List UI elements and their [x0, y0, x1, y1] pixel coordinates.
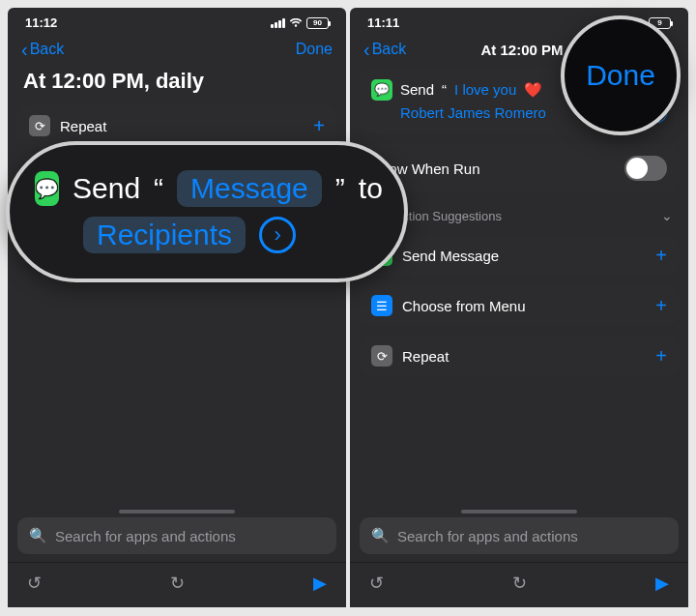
message-token[interactable]: I love you: [454, 78, 516, 102]
redo-icon[interactable]: ↻: [512, 572, 527, 594]
status-time: 11:12: [25, 15, 57, 30]
open-quote: “: [154, 172, 163, 205]
home-indicator: [119, 510, 235, 513]
search-field[interactable]: 🔍 Search for apps and actions: [17, 517, 336, 554]
shortcut-toolbar: ↺ ↻ ▶: [350, 562, 688, 607]
nav-title: At 12:00 PM: [480, 42, 563, 58]
cellular-icon: [271, 18, 285, 28]
callout-send-message-zoom: 💬 Send “ Message ” to Recipients ›: [6, 141, 408, 282]
send-prefix: Send: [400, 78, 434, 102]
menu-icon: ☰: [371, 295, 392, 316]
message-placeholder-chip[interactable]: Message: [177, 170, 322, 207]
redo-icon[interactable]: ↻: [170, 572, 185, 594]
phone-left: 11:12 90 ‹Back Done At 12:00 PM, daily ⟳…: [8, 8, 346, 607]
open-quote: “: [442, 78, 447, 102]
back-label: Back: [372, 41, 407, 58]
status-time: 11:11: [367, 15, 399, 30]
close-quote: ”: [335, 172, 345, 205]
play-button[interactable]: ▶: [655, 572, 669, 594]
callout-prefix: Send: [72, 172, 140, 205]
done-callout-bubble[interactable]: Done: [561, 15, 681, 135]
shortcut-toolbar: ↺ ↻ ▶: [8, 562, 346, 607]
done-callout-label: Done: [586, 59, 655, 92]
suggestion-repeat[interactable]: ⟳ Repeat +: [17, 105, 336, 146]
battery-level: 9: [657, 18, 661, 27]
heart-icon: ❤️: [524, 78, 542, 102]
undo-icon[interactable]: ↺: [369, 572, 384, 594]
battery-icon: 90: [306, 17, 329, 29]
expand-action-icon[interactable]: ›: [259, 217, 296, 253]
recipients-placeholder-chip[interactable]: Recipients: [83, 217, 246, 253]
chevron-left-icon: ‹: [363, 40, 370, 59]
wifi-icon: [289, 18, 303, 28]
show-when-run-row: Show When Run: [360, 144, 679, 192]
repeat-icon: ⟳: [371, 345, 392, 367]
done-button[interactable]: Done: [296, 41, 333, 58]
automation-title: At 12:00 PM, daily: [8, 69, 346, 105]
suggestion-label: Repeat: [60, 118, 106, 134]
suggestion-choose-from-menu[interactable]: ☰ Choose from Menu +: [360, 285, 679, 326]
back-button[interactable]: ‹Back: [21, 40, 64, 59]
show-when-run-toggle[interactable]: [624, 156, 667, 181]
suggestion-repeat[interactable]: ⟳ Repeat +: [360, 336, 679, 376]
search-icon: 🔍: [29, 527, 47, 544]
search-field[interactable]: 🔍 Search for apps and actions: [360, 517, 679, 554]
back-button[interactable]: ‹Back: [363, 40, 406, 59]
suggestion-send-message[interactable]: 💬 Send Message +: [360, 235, 679, 276]
to-word: to: [359, 172, 383, 205]
plus-icon[interactable]: +: [655, 296, 667, 315]
messages-app-icon: 💬: [35, 171, 59, 206]
recipient-token[interactable]: Robert James Romero: [400, 102, 546, 125]
play-button[interactable]: ▶: [313, 572, 327, 594]
battery-level: 90: [313, 18, 322, 27]
search-placeholder: Search for apps and actions: [397, 528, 578, 544]
suggestion-label: Repeat: [402, 348, 449, 365]
plus-icon[interactable]: +: [655, 346, 667, 366]
chevron-down-icon[interactable]: ⌄: [661, 208, 673, 223]
status-right: 90: [271, 17, 329, 29]
repeat-icon: ⟳: [29, 115, 50, 136]
back-label: Back: [30, 41, 65, 58]
nav-bar: ‹Back Done: [8, 34, 346, 69]
search-icon: 🔍: [371, 527, 390, 544]
status-bar: 11:12 90: [8, 8, 346, 34]
suggestion-label: Choose from Menu: [402, 298, 526, 314]
plus-icon[interactable]: +: [313, 116, 325, 135]
suggestion-label: Send Message: [402, 248, 499, 264]
search-placeholder: Search for apps and actions: [55, 528, 236, 544]
chevron-left-icon: ‹: [21, 40, 28, 59]
plus-icon[interactable]: +: [655, 246, 667, 265]
messages-app-icon: 💬: [371, 79, 392, 101]
home-indicator: [461, 510, 577, 513]
undo-icon[interactable]: ↺: [27, 572, 42, 594]
